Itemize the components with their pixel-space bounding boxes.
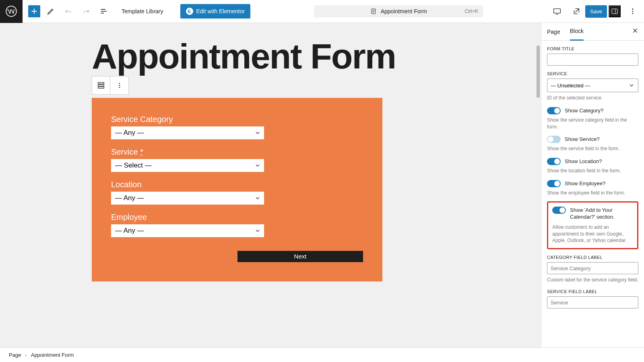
field-service-category: Service Category — Any — — [111, 115, 363, 139]
toggle-desc: Show the service field in the form. — [547, 145, 638, 152]
wordpress-icon — [6, 6, 17, 17]
field-label: Location — [111, 180, 363, 189]
toggle-desc: Show the service category field in the f… — [547, 117, 638, 130]
shortcut-hint: Ctrl+K — [465, 8, 479, 14]
service-desc: ID of the selected service. — [547, 95, 638, 101]
block-more-button[interactable] — [110, 77, 128, 94]
svg-point-0 — [6, 6, 17, 17]
toggle-desc: Show the location field in the form. — [547, 168, 638, 174]
field-service: Service * — Select — — [111, 147, 363, 172]
canvas-scrollbar[interactable] — [535, 23, 541, 348]
employee-select[interactable]: — Any — — [111, 224, 264, 237]
service-field-label-heading: SERVICE FIELD LABEL — [547, 289, 638, 294]
undo-icon — [64, 7, 73, 16]
category-field-label-input[interactable] — [547, 262, 638, 274]
list-icon — [99, 7, 108, 16]
field-employee: Employee — Any — — [111, 213, 363, 237]
toggle-show-location[interactable] — [547, 158, 561, 165]
svg-rect-2 — [554, 9, 561, 13]
svg-point-4 — [632, 8, 634, 10]
form-title-input[interactable] — [547, 54, 638, 66]
field-location: Location — Any — — [111, 180, 363, 205]
save-button[interactable]: Save — [585, 5, 607, 18]
tab-block[interactable]: Block — [570, 23, 584, 41]
location-select[interactable]: — Any — — [111, 192, 264, 205]
svg-rect-9 — [98, 87, 104, 88]
document-title-text: Appointment Form — [381, 8, 427, 14]
page-title[interactable]: Appointment Form — [92, 38, 474, 74]
breadcrumb-separator: › — [25, 352, 27, 358]
calendar-toggle-highlight: Show 'Add to Your Calendar?' section. Al… — [547, 201, 638, 249]
edit-tools-button[interactable] — [43, 4, 58, 19]
breadcrumb: Page › Appointment Form — [0, 348, 644, 362]
redo-button[interactable] — [79, 4, 93, 19]
svg-point-5 — [632, 11, 634, 12]
field-label: Service * — [111, 147, 363, 157]
category-field-label-heading: CATEGORY FIELD LABEL — [547, 255, 638, 260]
kebab-icon — [628, 7, 637, 16]
document-title-button[interactable]: Appointment Form Ctrl+K — [314, 5, 483, 17]
field-label: Employee — [111, 213, 363, 222]
view-desktop-button[interactable] — [550, 4, 564, 19]
sidebar-tabs: Page Block — [541, 23, 644, 41]
external-link-icon — [572, 7, 581, 16]
toggle-show-employee[interactable] — [547, 180, 561, 187]
svg-rect-7 — [98, 82, 104, 84]
close-icon — [632, 27, 638, 34]
settings-sidebar: Page Block FORM TITLE SERVICE — Unselect… — [541, 23, 644, 348]
kebab-icon — [116, 81, 124, 89]
toggle-desc: Allow customers to add an appointment to… — [552, 224, 633, 244]
wordpress-logo[interactable] — [0, 0, 23, 23]
service-section-label: SERVICE — [547, 71, 638, 76]
form-block-icon — [97, 81, 105, 90]
tab-page[interactable]: Page — [547, 23, 560, 40]
toggle-show-category[interactable] — [547, 107, 561, 114]
breadcrumb-root[interactable]: Page — [9, 352, 21, 358]
appointment-form-block[interactable]: Service Category — Any — Service * — Sel… — [92, 98, 382, 281]
toggle-label: Show Location? — [565, 158, 602, 165]
toggle-label: Show Service? — [565, 136, 600, 143]
document-overview-button[interactable] — [97, 4, 111, 19]
service-field-label-input[interactable] — [547, 296, 638, 308]
toggle-show-service[interactable] — [547, 136, 561, 143]
editor-canvas[interactable]: Appointment Form Service Category — Any … — [0, 23, 541, 348]
top-toolbar: Template Library E Edit with Elementor A… — [0, 0, 644, 23]
toggle-desc: Show the employee field in the form. — [547, 190, 638, 197]
close-sidebar-button[interactable] — [632, 27, 638, 36]
service-select[interactable]: — Select — — [111, 159, 264, 172]
panel-icon — [611, 8, 618, 15]
svg-point-6 — [632, 13, 634, 14]
elementor-icon: E — [186, 8, 193, 15]
pencil-icon — [46, 7, 55, 16]
category-field-desc: Custom label for the service category fi… — [547, 277, 638, 283]
settings-panel-toggle[interactable] — [609, 5, 621, 17]
options-button[interactable] — [625, 4, 640, 19]
service-id-select[interactable]: — Unselected — — [547, 79, 638, 92]
toggle-label: Show 'Add to Your Calendar?' section. — [570, 207, 633, 221]
toggle-label: Show Employee? — [565, 180, 605, 187]
add-block-button[interactable] — [28, 5, 40, 17]
svg-rect-8 — [98, 85, 104, 86]
desktop-icon — [553, 7, 561, 16]
plus-icon — [30, 7, 39, 16]
form-title-label: FORM TITLE — [547, 46, 638, 51]
toggle-show-calendar[interactable] — [552, 207, 566, 214]
svg-point-10 — [119, 83, 120, 84]
undo-button[interactable] — [61, 4, 76, 19]
edit-with-elementor-button[interactable]: E Edit with Elementor — [180, 4, 251, 19]
redo-icon — [82, 7, 91, 16]
service-category-select[interactable]: — Any — — [111, 126, 264, 139]
svg-rect-3 — [612, 9, 617, 14]
block-toolbar — [92, 76, 129, 95]
block-type-button[interactable] — [92, 77, 110, 94]
next-button[interactable]: Next — [237, 251, 363, 262]
svg-point-11 — [119, 85, 120, 86]
breadcrumb-current[interactable]: Appointment Form — [31, 352, 74, 358]
document-icon — [370, 8, 377, 14]
elementor-btn-label: Edit with Elementor — [196, 8, 245, 14]
svg-point-12 — [119, 87, 120, 88]
template-library-button[interactable]: Template Library — [118, 5, 167, 18]
toggle-label: Show Category? — [565, 107, 603, 114]
preview-button[interactable] — [569, 4, 584, 19]
field-label: Service Category — [111, 115, 363, 124]
